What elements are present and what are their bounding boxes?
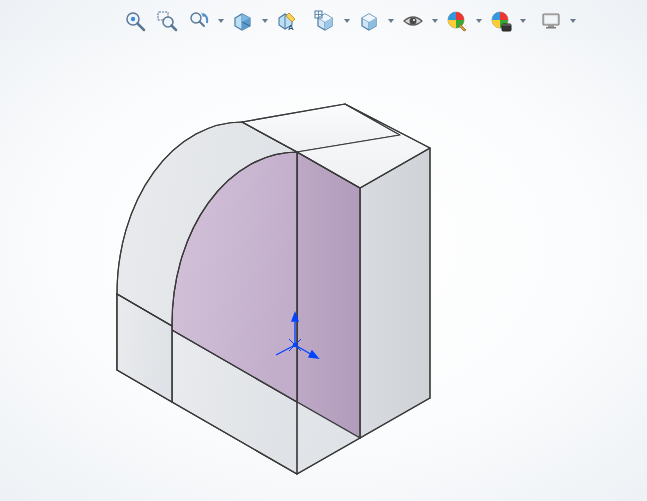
view-orientation-dropdown[interactable]: [342, 7, 352, 35]
svg-text:A: A: [288, 23, 294, 32]
caret-down-icon: [218, 19, 224, 23]
zoom-to-area-button[interactable]: [152, 6, 182, 36]
previous-view-button[interactable]: [184, 6, 214, 36]
caret-down-icon: [520, 19, 526, 23]
svg-rect-23: [546, 27, 556, 29]
view-settings-button[interactable]: [536, 6, 566, 36]
svg-point-2: [131, 17, 135, 21]
apply-scene-dropdown[interactable]: [518, 7, 528, 35]
display-style-icon: [358, 10, 380, 32]
model-rendering: [0, 40, 647, 501]
apply-scene-button[interactable]: [486, 6, 516, 36]
hide-show-items-dropdown[interactable]: [430, 7, 440, 35]
section-view-button[interactable]: [228, 6, 258, 36]
caret-down-icon: [388, 19, 394, 23]
zoom-to-fit-icon: [124, 10, 146, 32]
caret-down-icon: [570, 19, 576, 23]
hide-show-icon: [402, 10, 424, 32]
svg-line-5: [172, 26, 177, 31]
zoom-to-area-icon: [156, 10, 178, 32]
graphics-viewport[interactable]: [0, 40, 647, 501]
display-style-button[interactable]: [354, 6, 384, 36]
dynamic-annotate-icon: A: [276, 10, 298, 32]
view-settings-dropdown[interactable]: [568, 7, 578, 35]
edit-appearance-button[interactable]: [442, 6, 472, 36]
hide-show-items-button[interactable]: [398, 6, 428, 36]
view-orientation-icon: [314, 10, 336, 32]
dynamic-annotation-button[interactable]: A: [272, 6, 302, 36]
caret-down-icon: [344, 19, 350, 23]
svg-rect-19: [502, 24, 511, 26]
view-orientation-button[interactable]: [310, 6, 340, 36]
section-view-icon: [232, 10, 254, 32]
svg-point-15: [413, 19, 415, 21]
view-settings-icon: [540, 10, 562, 32]
section-view-dropdown[interactable]: [260, 7, 270, 35]
previous-view-dropdown[interactable]: [216, 7, 226, 35]
heads-up-view-toolbar: A: [120, 4, 637, 38]
svg-line-1: [138, 24, 145, 31]
edit-appearance-dropdown[interactable]: [474, 7, 484, 35]
svg-rect-21: [545, 16, 558, 24]
display-style-dropdown[interactable]: [386, 7, 396, 35]
svg-point-14: [410, 18, 417, 25]
previous-view-icon: [188, 10, 210, 32]
caret-down-icon: [262, 19, 268, 23]
svg-line-7: [200, 22, 205, 27]
apply-scene-icon: [490, 10, 512, 32]
zoom-to-fit-button[interactable]: [120, 6, 150, 36]
edit-appearance-icon: [446, 10, 468, 32]
caret-down-icon: [432, 19, 438, 23]
caret-down-icon: [476, 19, 482, 23]
svg-rect-22: [548, 25, 554, 27]
